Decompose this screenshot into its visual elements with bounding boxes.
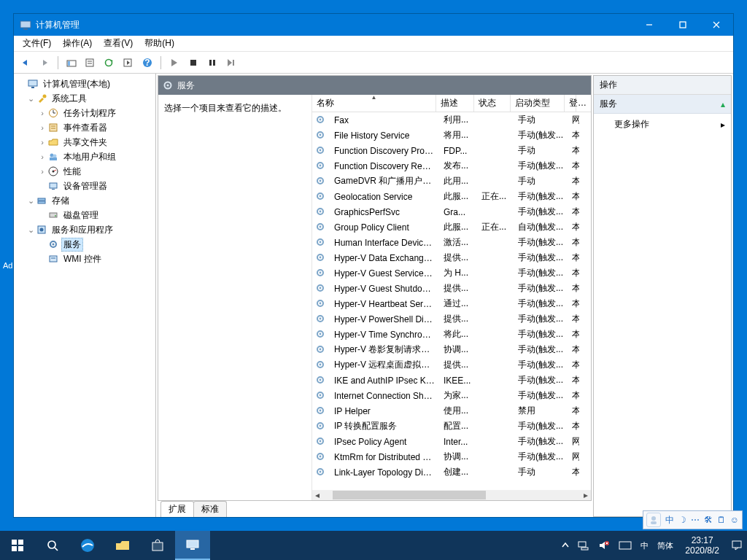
tree-systools[interactable]: ⌄系统工具: [15, 91, 154, 106]
forward-button[interactable]: [36, 55, 53, 71]
tray-notifications-icon[interactable]: [727, 531, 747, 560]
taskbar-store[interactable]: [140, 531, 175, 560]
col-start[interactable]: 启动类型: [511, 95, 565, 112]
close-button[interactable]: [700, 14, 733, 36]
collapse-icon[interactable]: ▴: [721, 99, 725, 109]
ime-avatar-icon[interactable]: [646, 513, 661, 527]
svg-rect-113: [619, 542, 631, 549]
service-row[interactable]: Human Interface Device ...激活...手动(触发...本: [312, 235, 591, 250]
tree-services[interactable]: 服务: [15, 237, 154, 252]
scroll-thumb[interactable]: [333, 491, 486, 499]
service-row[interactable]: IP 转换配置服务配置...手动(触发...本: [312, 419, 591, 434]
menu-help[interactable]: 帮助(H): [139, 36, 180, 51]
tree-storage[interactable]: ⌄存储: [15, 193, 154, 208]
menu-file[interactable]: 文件(F): [17, 36, 57, 51]
tray-ime2[interactable]: 简体: [653, 531, 678, 560]
ellipsis-icon[interactable]: ⋯: [691, 515, 700, 525]
system-tray[interactable]: 中 简体 23:17 2020/8/2: [557, 531, 747, 560]
tray-ime1[interactable]: 中: [636, 531, 653, 560]
service-row[interactable]: Hyper-V 远程桌面虚拟化...提供...手动(触发...本: [312, 357, 591, 373]
stop-service-button[interactable]: [185, 55, 202, 71]
tray-volume-icon[interactable]: [594, 531, 614, 560]
service-row[interactable]: IKE and AuthIP IPsec Key...IKEE...手动(触发.…: [312, 373, 591, 388]
col-desc[interactable]: 描述: [436, 95, 474, 112]
pause-service-button[interactable]: [204, 55, 221, 71]
col-status[interactable]: 状态: [474, 95, 511, 112]
back-button[interactable]: [17, 55, 34, 71]
actions-group[interactable]: 服务 ▴: [594, 95, 731, 114]
tree-eventviewer[interactable]: ›事件查看器: [15, 120, 154, 135]
start-button[interactable]: [0, 531, 35, 560]
service-row[interactable]: Hyper-V Time Synchroniz...将此...手动(触发...本: [312, 327, 591, 342]
search-button[interactable]: [35, 531, 70, 560]
col-logon[interactable]: 登…: [565, 95, 576, 112]
smile-icon[interactable]: ☺: [730, 515, 739, 525]
up-button[interactable]: [63, 55, 80, 71]
actions-more[interactable]: 更多操作 ▸: [594, 114, 731, 135]
service-row[interactable]: Hyper-V Guest Service In...为 H...手动(触发..…: [312, 265, 591, 281]
tray-overflow-icon[interactable]: [557, 531, 573, 560]
minimize-button[interactable]: [632, 14, 666, 36]
wrench-icon[interactable]: 🛠: [704, 515, 713, 525]
tree-svcapps[interactable]: ⌄服务和应用程序: [15, 222, 154, 237]
tab-extended[interactable]: 扩展: [160, 501, 194, 517]
menu-action[interactable]: 操作(A): [57, 36, 98, 51]
refresh-button[interactable]: [101, 55, 118, 71]
service-row[interactable]: Function Discovery Reso...发布...手动(触发...本: [312, 158, 591, 174]
service-row[interactable]: Link-Layer Topology Disc...创建...手动本: [312, 464, 591, 480]
col-name[interactable]: 名称▲: [312, 95, 436, 112]
menu-view[interactable]: 查看(V): [98, 36, 139, 51]
list-header[interactable]: 名称▲ 描述 状态 启动类型 登…: [312, 95, 591, 112]
note-icon[interactable]: 🗒: [717, 515, 726, 525]
properties-button[interactable]: [82, 55, 99, 71]
titlebar[interactable]: 计算机管理: [14, 14, 733, 36]
scroll-left-icon[interactable]: ◂: [312, 490, 322, 500]
taskbar-edge[interactable]: [70, 531, 105, 560]
tree-wmi[interactable]: WMI 控件: [15, 252, 154, 266]
ime-floating-bar[interactable]: 中 ☽ ⋯ 🛠 🗒 ☺: [643, 510, 743, 529]
tray-network-icon[interactable]: [573, 531, 594, 560]
tree-perf[interactable]: ›性能: [15, 164, 154, 179]
tree-diskmgr[interactable]: 磁盘管理: [15, 208, 154, 222]
service-row[interactable]: File History Service将用...手动(触发...本: [312, 128, 591, 143]
service-row[interactable]: KtmRm for Distributed Tr...协调...手动(触发...…: [312, 449, 591, 464]
ime-mode[interactable]: 中: [665, 514, 674, 526]
service-row[interactable]: Geolocation Service此服...正在...手动(触发...本: [312, 189, 591, 204]
service-row[interactable]: Hyper-V 卷影复制请求程序协调...手动(触发...本: [312, 342, 591, 357]
service-row[interactable]: Function Discovery Provi...FDP...手动本: [312, 143, 591, 158]
export-button[interactable]: [120, 55, 137, 71]
taskbar[interactable]: 中 简体 23:17 2020/8/2: [0, 531, 747, 560]
tab-standard[interactable]: 标准: [193, 501, 227, 517]
maximize-button[interactable]: [666, 14, 700, 36]
service-list[interactable]: 名称▲ 描述 状态 启动类型 登… Fax利用...手动网File Histor…: [311, 95, 591, 500]
service-row[interactable]: Hyper-V PowerShell Dire...提供...手动(触发...本: [312, 311, 591, 327]
service-row[interactable]: Fax利用...手动网: [312, 112, 591, 128]
tray-clock[interactable]: 23:17 2020/8/2: [678, 535, 727, 556]
service-row[interactable]: GameDVR 和广播用户服务...此用...手动本: [312, 174, 591, 189]
nav-tree[interactable]: 计算机管理(本地) ⌄系统工具 ›任务计划程序 ›事件查看器 ›共享文件夹 ›本…: [14, 74, 156, 517]
service-row[interactable]: Hyper-V Data Exchange ...提供...手动(触发...本: [312, 250, 591, 265]
tree-devmgr[interactable]: 设备管理器: [15, 179, 154, 193]
scroll-right-icon[interactable]: ▸: [581, 490, 591, 500]
service-row[interactable]: GraphicsPerfSvcGra...手动(触发...本: [312, 204, 591, 219]
tree-sharedfolders[interactable]: ›共享文件夹: [15, 135, 154, 149]
tray-keyboard-icon[interactable]: [614, 531, 636, 560]
svg-rect-34: [50, 183, 57, 188]
service-row[interactable]: Hyper-V Guest Shutdown...提供...手动(触发...本: [312, 281, 591, 296]
tree-localusers[interactable]: ›本地用户和组: [15, 149, 154, 164]
service-row[interactable]: Hyper-V Heartbeat Service通过...手动(触发...本: [312, 296, 591, 311]
service-row[interactable]: IPsec Policy AgentInter...手动(触发...网: [312, 434, 591, 449]
desktop-icon-label[interactable]: Ad: [3, 261, 12, 270]
start-service-button[interactable]: [166, 55, 183, 71]
tree-tasksched[interactable]: ›任务计划程序: [15, 106, 154, 120]
service-row[interactable]: IP Helper使用...禁用本: [312, 403, 591, 419]
horizontal-scrollbar[interactable]: ◂ ▸: [312, 490, 591, 500]
service-row[interactable]: Internet Connection Shari...为家...手动(触发..…: [312, 388, 591, 403]
taskbar-explorer[interactable]: [105, 531, 140, 560]
service-row[interactable]: Group Policy Client此服...正在...自动(触发...本: [312, 219, 591, 235]
moon-icon[interactable]: ☽: [678, 515, 686, 525]
help-button[interactable]: ?: [139, 55, 156, 71]
tree-root[interactable]: 计算机管理(本地): [15, 77, 154, 91]
restart-service-button[interactable]: [222, 55, 240, 71]
taskbar-compmgmt[interactable]: [175, 531, 210, 560]
